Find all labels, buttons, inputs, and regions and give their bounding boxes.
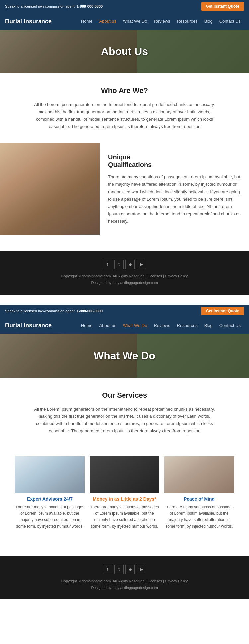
nav-about-1[interactable]: About us bbox=[96, 13, 120, 30]
navbar-1: Burial Insurance Home About us What We D… bbox=[0, 13, 249, 30]
instagram-icon-1[interactable]: ◆ bbox=[125, 260, 135, 269]
phone-number-2: 1-888-000-0800 bbox=[77, 309, 103, 313]
top-bar-text: Speak to a licensed non-commission agent… bbox=[5, 4, 103, 8]
nav-blog-2[interactable]: Blog bbox=[201, 317, 216, 334]
nav-whatwedo-1[interactable]: What We Do bbox=[120, 13, 150, 30]
get-quote-button-1[interactable]: Get Instant Quote bbox=[201, 2, 244, 11]
uq-text: There are many variations of passages of… bbox=[108, 173, 241, 225]
navbar-2: Burial Insurance Home About us What We D… bbox=[0, 317, 249, 334]
hero-title-1: About Us bbox=[101, 46, 148, 58]
nav-blog-1[interactable]: Blog bbox=[201, 13, 216, 30]
nav-menu-1: Home About us What We Do Reviews Resourc… bbox=[78, 13, 244, 30]
service-title-1: Expert Advisors 24/7 bbox=[15, 496, 85, 502]
service-desc-1: There are many variations of passages of… bbox=[15, 504, 85, 530]
facebook-icon-2[interactable]: f bbox=[103, 565, 112, 574]
youtube-icon-1[interactable]: ▶ bbox=[137, 260, 146, 269]
uq-content: UniqueQualifications There are many vari… bbox=[100, 143, 249, 235]
brand-logo-2[interactable]: Burial Insurance bbox=[5, 322, 52, 329]
nav-home-2[interactable]: Home bbox=[78, 317, 96, 334]
hero-1: About Us bbox=[0, 30, 249, 73]
services-grid: Expert Advisors 24/7 There are many vari… bbox=[0, 456, 249, 530]
twitter-icon-1[interactable]: t bbox=[114, 260, 124, 269]
uq-image bbox=[0, 143, 100, 235]
hero-2: What We Do bbox=[0, 334, 249, 378]
twitter-icon-2[interactable]: t bbox=[114, 565, 124, 574]
service-card-2: Money in as Little as 2 Days* There are … bbox=[90, 456, 159, 530]
nav-resources-1[interactable]: Resources bbox=[174, 13, 201, 30]
uq-section: UniqueQualifications There are many vari… bbox=[0, 143, 249, 235]
top-bar-text-2: Speak to a licensed non-commission agent… bbox=[5, 309, 103, 313]
nav-contact-1[interactable]: Contact Us bbox=[216, 13, 244, 30]
social-links-2: f t ◆ ▶ bbox=[5, 565, 244, 574]
top-bar-1: Speak to a licensed non-commission agent… bbox=[0, 0, 249, 13]
page2: Speak to a licensed non-commission agent… bbox=[0, 305, 249, 599]
facebook-icon-1[interactable]: f bbox=[103, 260, 112, 269]
get-quote-button-2[interactable]: Get Instant Quote bbox=[201, 307, 244, 315]
services-intro: All the Lorem Ipsum generators on the In… bbox=[32, 406, 217, 435]
brand-logo-1[interactable]: Burial Insurance bbox=[5, 18, 52, 25]
service-card-3: Peace of Mind There are many variations … bbox=[164, 456, 234, 530]
nav-home-1[interactable]: Home bbox=[78, 13, 96, 30]
footer-1: f t ◆ ▶ Copyright © domainname.com. All … bbox=[0, 251, 249, 295]
footer-copy-1: Copyright © domainname.com. All Rights R… bbox=[5, 273, 244, 286]
who-title: Who Are We? bbox=[7, 86, 242, 95]
nav-resources-2[interactable]: Resources bbox=[174, 317, 201, 334]
footer-copy-2: Copyright © domainname.com. All Rights R… bbox=[5, 578, 244, 591]
page1: Speak to a licensed non-commission agent… bbox=[0, 0, 249, 295]
nav-whatwedo-2[interactable]: What We Do bbox=[120, 317, 150, 334]
nav-contact-2[interactable]: Contact Us bbox=[216, 317, 244, 334]
service-desc-2: There are many variations of passages of… bbox=[90, 504, 159, 530]
service-desc-3: There are many variations of passages of… bbox=[164, 504, 234, 530]
services-title: Our Services bbox=[7, 391, 242, 400]
uq-title: UniqueQualifications bbox=[108, 153, 241, 169]
social-links-1: f t ◆ ▶ bbox=[5, 260, 244, 269]
service-title-2: Money in as Little as 2 Days* bbox=[90, 496, 159, 502]
who-text: All the Lorem Ipsum generators on the In… bbox=[32, 101, 217, 130]
nav-menu-2: Home About us What We Do Reviews Resourc… bbox=[78, 317, 244, 334]
footer-2: f t ◆ ▶ Copyright © domainname.com. All … bbox=[0, 556, 249, 599]
top-bar-2: Speak to a licensed non-commission agent… bbox=[0, 305, 249, 317]
youtube-icon-2[interactable]: ▶ bbox=[137, 565, 146, 574]
services-section: Our Services All the Lorem Ipsum generat… bbox=[0, 378, 249, 448]
instagram-icon-2[interactable]: ◆ bbox=[125, 565, 135, 574]
nav-reviews-2[interactable]: Reviews bbox=[150, 317, 173, 334]
service-card-1: Expert Advisors 24/7 There are many vari… bbox=[15, 456, 85, 530]
nav-reviews-1[interactable]: Reviews bbox=[150, 13, 173, 30]
phone-number: 1-888-000-0800 bbox=[77, 4, 103, 8]
who-section: Who Are We? All the Lorem Ipsum generato… bbox=[0, 73, 249, 143]
nav-about-2[interactable]: About us bbox=[96, 317, 120, 334]
service-title-3: Peace of Mind bbox=[164, 496, 234, 502]
hero-title-2: What We Do bbox=[94, 350, 155, 362]
